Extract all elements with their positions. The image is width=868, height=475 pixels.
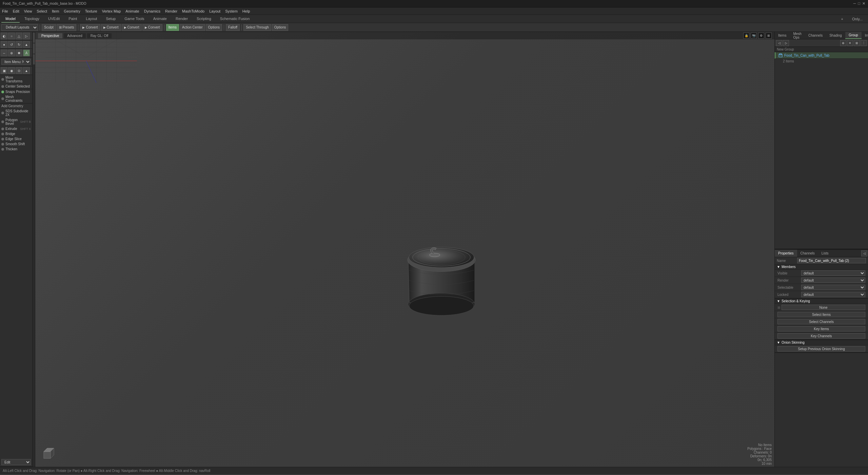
props-visible-value[interactable]: default: [801, 270, 865, 276]
maximize-btn[interactable]: □: [858, 1, 860, 6]
tool-icon-rotate-left[interactable]: ↺: [8, 41, 15, 48]
tab-setup[interactable]: Setup: [102, 15, 120, 23]
btn-none[interactable]: None: [782, 305, 865, 310]
convert-btn2[interactable]: ▶ Convert: [101, 24, 121, 31]
tool-sds-subdivide[interactable]: SDS Subdivide 2X: [0, 109, 32, 117]
viewport-ctrl-camera[interactable]: 📷: [751, 33, 757, 39]
tool-polygon-bevel[interactable]: Polygon Bevel SHFT B: [0, 117, 32, 126]
tool-icon-star[interactable]: ✱: [16, 50, 22, 56]
right-tab-channels[interactable]: Channels: [805, 32, 826, 39]
menu-vertex-map[interactable]: Vertex Map: [102, 9, 121, 13]
action-center-btn[interactable]: Action Center: [180, 24, 205, 31]
tab-animate[interactable]: Animate: [149, 15, 171, 23]
convert-btn1[interactable]: ▶ Convert: [80, 24, 100, 31]
more-transforms[interactable]: More Transforms: [0, 75, 32, 84]
props-selectable-dropdown[interactable]: default: [801, 285, 865, 290]
tool-extrude[interactable]: Extrude SHFT X: [0, 126, 32, 131]
tool-icon-rotate-right[interactable]: ↻: [16, 41, 22, 48]
props-tab-properties[interactable]: Properties: [775, 250, 797, 257]
members-header[interactable]: ▼ Members: [775, 264, 868, 270]
menu-mashtomodo[interactable]: MashToModo: [182, 9, 204, 13]
tab-model[interactable]: Model: [1, 15, 20, 23]
menu-file[interactable]: File: [2, 9, 8, 13]
menu-system[interactable]: System: [225, 9, 238, 13]
convert-btn3[interactable]: ▶ Convert: [122, 24, 142, 31]
tab-schematic[interactable]: Schematic Fusion: [216, 15, 254, 23]
menu-item[interactable]: Item: [52, 9, 59, 13]
edit-dropdown[interactable]: Edit: [1, 459, 31, 465]
rp-back-btn[interactable]: ◁: [776, 40, 782, 46]
menu-texture[interactable]: Texture: [85, 9, 97, 13]
rp-add-btn[interactable]: ⊕: [840, 40, 846, 46]
tool-thicken[interactable]: Thicken: [0, 147, 32, 152]
presets-btn[interactable]: ⊞ Presets: [57, 24, 77, 31]
strip-btn1[interactable]: [33, 33, 35, 43]
props-render-dropdown[interactable]: default: [801, 278, 865, 283]
menu-dynamics[interactable]: Dynamics: [144, 9, 160, 13]
tab-paint[interactable]: Paint: [64, 15, 81, 23]
menu-view[interactable]: View: [24, 9, 32, 13]
tool-icon-tri[interactable]: △: [16, 33, 22, 39]
rp-more-btn[interactable]: ⋮: [861, 40, 867, 46]
props-tab-lists[interactable]: Lists: [818, 250, 832, 257]
minimize-btn[interactable]: ─: [853, 1, 856, 6]
tool-icon-circle[interactable]: ◐: [1, 33, 7, 39]
tab-topology[interactable]: Topology: [20, 15, 43, 23]
tab-add[interactable]: +: [837, 15, 847, 23]
viewport-tab-raygl[interactable]: Ray GL: Off: [87, 33, 112, 38]
options-btn2[interactable]: Options: [272, 24, 288, 31]
tool-icon-play[interactable]: ▷: [23, 33, 30, 39]
btn-select-channels[interactable]: Select Channels: [777, 319, 865, 324]
tool-icon-text[interactable]: A: [23, 50, 30, 56]
select-through-btn[interactable]: Select Through: [243, 24, 271, 31]
falloff-btn[interactable]: Falloff: [226, 24, 240, 31]
viewport-ctrl-settings[interactable]: ⚙: [758, 33, 764, 39]
rp-grid-btn[interactable]: ⊞: [854, 40, 860, 46]
right-tab-group[interactable]: Group: [845, 32, 862, 39]
tool-icon-uptri[interactable]: ▲: [23, 41, 30, 48]
tab-only[interactable]: Only...: [848, 15, 867, 23]
tool-icon-tri2[interactable]: ▲: [23, 67, 30, 74]
onion-skinning-header[interactable]: ▼ Onion Skinning: [775, 340, 868, 345]
right-tab-items[interactable]: Items: [775, 32, 790, 39]
group-item-food-tin[interactable]: Food_Tin_Can_with_Pull_Tab: [775, 52, 868, 59]
menu-geometry[interactable]: Geometry: [64, 9, 80, 13]
viewport-ctrl-lock[interactable]: 🔒: [743, 33, 749, 39]
snaps-precision[interactable]: Snaps Precision: [0, 89, 32, 94]
options-btn1[interactable]: Options: [206, 24, 222, 31]
props-render-value[interactable]: default: [801, 278, 865, 283]
tab-render[interactable]: Render: [172, 15, 192, 23]
props-locked-dropdown[interactable]: default: [801, 292, 865, 297]
layout-dropdown[interactable]: Default Layouts: [1, 24, 38, 31]
tab-scripting[interactable]: Scripting: [193, 15, 215, 23]
viewport-tab-advanced[interactable]: Advanced: [64, 33, 85, 38]
btn-key-items[interactable]: Key Items: [777, 326, 865, 331]
right-tab-shading[interactable]: Shading: [826, 32, 845, 39]
tool-edge-slice[interactable]: Edge Slice: [0, 136, 32, 141]
tool-bridge[interactable]: Bridge: [0, 131, 32, 136]
viewport-ctrl-expand[interactable]: ⊞: [766, 33, 772, 39]
tool-icon-circ2[interactable]: ◉: [8, 67, 15, 74]
props-name-input[interactable]: [797, 258, 866, 263]
btn-select-items[interactable]: Select Items: [777, 312, 865, 317]
props-collapse-btn[interactable]: ◁: [861, 250, 867, 256]
props-selectable-value[interactable]: default: [801, 285, 865, 290]
tab-layout[interactable]: Layout: [82, 15, 101, 23]
menu-animate[interactable]: Animate: [125, 9, 139, 13]
close-btn[interactable]: ✕: [862, 1, 865, 6]
menu-render[interactable]: Render: [165, 9, 177, 13]
btn-key-channels[interactable]: Key Channels: [777, 333, 865, 339]
right-tab-images[interactable]: Images: [862, 32, 868, 39]
viewport-tab-perspective[interactable]: Perspective: [38, 33, 62, 38]
menu-layout[interactable]: Layout: [209, 9, 220, 13]
right-tab-mesh-ops[interactable]: Mesh Ops: [790, 32, 805, 39]
props-visible-dropdown[interactable]: default: [801, 270, 865, 276]
mesh-constraints[interactable]: Mesh Constraints: [0, 94, 32, 103]
selection-keying-header[interactable]: ▼ Selection & Keying: [775, 299, 868, 304]
props-locked-value[interactable]: default: [801, 292, 865, 297]
props-tab-channels[interactable]: Channels: [797, 250, 818, 257]
rp-forward-btn[interactable]: ▷: [783, 40, 789, 46]
sculpt-btn[interactable]: Sculpt: [42, 24, 56, 31]
tool-icon-move[interactable]: ↔: [1, 50, 7, 56]
menu-edit[interactable]: Edit: [13, 9, 19, 13]
